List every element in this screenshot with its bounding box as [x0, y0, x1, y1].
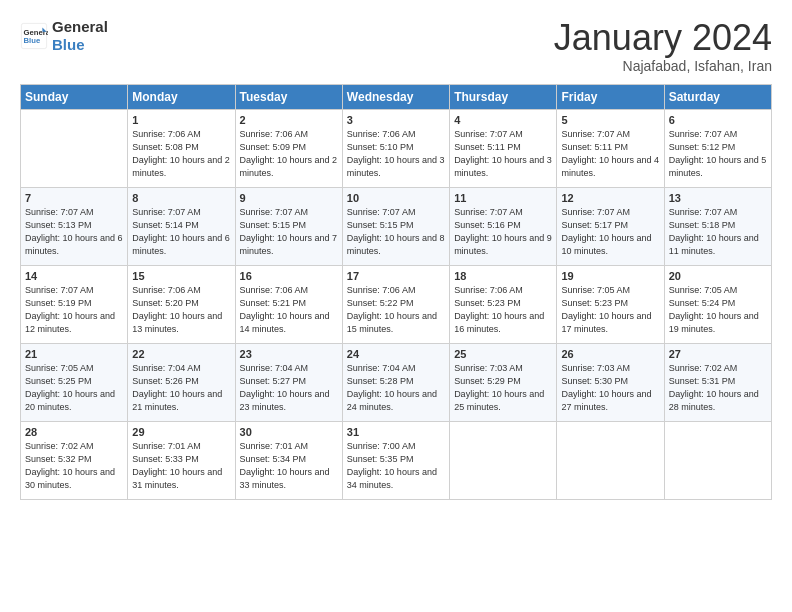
day-cell: 9Sunrise: 7:07 AMSunset: 5:15 PMDaylight… — [235, 187, 342, 265]
day-cell: 14Sunrise: 7:07 AMSunset: 5:19 PMDayligh… — [21, 265, 128, 343]
day-cell: 20Sunrise: 7:05 AMSunset: 5:24 PMDayligh… — [664, 265, 771, 343]
day-cell: 5Sunrise: 7:07 AMSunset: 5:11 PMDaylight… — [557, 109, 664, 187]
day-cell: 8Sunrise: 7:07 AMSunset: 5:14 PMDaylight… — [128, 187, 235, 265]
day-number: 4 — [454, 114, 552, 126]
day-cell: 18Sunrise: 7:06 AMSunset: 5:23 PMDayligh… — [450, 265, 557, 343]
day-number: 18 — [454, 270, 552, 282]
day-cell: 6Sunrise: 7:07 AMSunset: 5:12 PMDaylight… — [664, 109, 771, 187]
day-info: Sunrise: 7:06 AMSunset: 5:21 PMDaylight:… — [240, 284, 338, 336]
day-number: 13 — [669, 192, 767, 204]
day-info: Sunrise: 7:06 AMSunset: 5:08 PMDaylight:… — [132, 128, 230, 180]
day-cell: 22Sunrise: 7:04 AMSunset: 5:26 PMDayligh… — [128, 343, 235, 421]
day-info: Sunrise: 7:07 AMSunset: 5:17 PMDaylight:… — [561, 206, 659, 258]
day-number: 8 — [132, 192, 230, 204]
day-cell: 2Sunrise: 7:06 AMSunset: 5:09 PMDaylight… — [235, 109, 342, 187]
col-header-tuesday: Tuesday — [235, 84, 342, 109]
col-header-saturday: Saturday — [664, 84, 771, 109]
day-info: Sunrise: 7:05 AMSunset: 5:23 PMDaylight:… — [561, 284, 659, 336]
day-info: Sunrise: 7:07 AMSunset: 5:13 PMDaylight:… — [25, 206, 123, 258]
day-info: Sunrise: 7:07 AMSunset: 5:18 PMDaylight:… — [669, 206, 767, 258]
day-cell: 29Sunrise: 7:01 AMSunset: 5:33 PMDayligh… — [128, 421, 235, 499]
col-header-wednesday: Wednesday — [342, 84, 449, 109]
month-title: January 2024 — [554, 18, 772, 58]
day-info: Sunrise: 7:04 AMSunset: 5:27 PMDaylight:… — [240, 362, 338, 414]
day-info: Sunrise: 7:07 AMSunset: 5:11 PMDaylight:… — [561, 128, 659, 180]
day-number: 6 — [669, 114, 767, 126]
day-cell: 28Sunrise: 7:02 AMSunset: 5:32 PMDayligh… — [21, 421, 128, 499]
day-info: Sunrise: 7:03 AMSunset: 5:30 PMDaylight:… — [561, 362, 659, 414]
day-info: Sunrise: 7:06 AMSunset: 5:20 PMDaylight:… — [132, 284, 230, 336]
day-number: 29 — [132, 426, 230, 438]
svg-text:Blue: Blue — [24, 36, 41, 45]
day-cell — [21, 109, 128, 187]
day-info: Sunrise: 7:03 AMSunset: 5:29 PMDaylight:… — [454, 362, 552, 414]
day-info: Sunrise: 7:05 AMSunset: 5:24 PMDaylight:… — [669, 284, 767, 336]
day-cell: 23Sunrise: 7:04 AMSunset: 5:27 PMDayligh… — [235, 343, 342, 421]
logo-general: General — [52, 18, 108, 36]
svg-text:General: General — [24, 28, 49, 37]
week-row-1: 1Sunrise: 7:06 AMSunset: 5:08 PMDaylight… — [21, 109, 772, 187]
day-cell — [664, 421, 771, 499]
day-number: 19 — [561, 270, 659, 282]
day-number: 7 — [25, 192, 123, 204]
day-info: Sunrise: 7:01 AMSunset: 5:33 PMDaylight:… — [132, 440, 230, 492]
week-row-3: 14Sunrise: 7:07 AMSunset: 5:19 PMDayligh… — [21, 265, 772, 343]
day-cell: 19Sunrise: 7:05 AMSunset: 5:23 PMDayligh… — [557, 265, 664, 343]
day-cell: 26Sunrise: 7:03 AMSunset: 5:30 PMDayligh… — [557, 343, 664, 421]
day-info: Sunrise: 7:07 AMSunset: 5:15 PMDaylight:… — [347, 206, 445, 258]
day-info: Sunrise: 7:02 AMSunset: 5:32 PMDaylight:… — [25, 440, 123, 492]
day-cell: 31Sunrise: 7:00 AMSunset: 5:35 PMDayligh… — [342, 421, 449, 499]
logo-icon: General Blue — [20, 22, 48, 50]
day-cell: 4Sunrise: 7:07 AMSunset: 5:11 PMDaylight… — [450, 109, 557, 187]
day-cell: 17Sunrise: 7:06 AMSunset: 5:22 PMDayligh… — [342, 265, 449, 343]
page-container: General Blue General Blue January 2024 N… — [0, 0, 792, 510]
day-number: 3 — [347, 114, 445, 126]
day-number: 21 — [25, 348, 123, 360]
day-info: Sunrise: 7:01 AMSunset: 5:34 PMDaylight:… — [240, 440, 338, 492]
day-number: 20 — [669, 270, 767, 282]
header-row: SundayMondayTuesdayWednesdayThursdayFrid… — [21, 84, 772, 109]
day-number: 30 — [240, 426, 338, 438]
day-number: 27 — [669, 348, 767, 360]
day-cell: 12Sunrise: 7:07 AMSunset: 5:17 PMDayligh… — [557, 187, 664, 265]
day-number: 11 — [454, 192, 552, 204]
logo-blue: Blue — [52, 36, 108, 54]
day-cell: 3Sunrise: 7:06 AMSunset: 5:10 PMDaylight… — [342, 109, 449, 187]
col-header-thursday: Thursday — [450, 84, 557, 109]
day-cell: 21Sunrise: 7:05 AMSunset: 5:25 PMDayligh… — [21, 343, 128, 421]
title-block: January 2024 Najafabad, Isfahan, Iran — [554, 18, 772, 74]
day-number: 26 — [561, 348, 659, 360]
col-header-monday: Monday — [128, 84, 235, 109]
day-number: 25 — [454, 348, 552, 360]
day-number: 14 — [25, 270, 123, 282]
day-info: Sunrise: 7:04 AMSunset: 5:28 PMDaylight:… — [347, 362, 445, 414]
header: General Blue General Blue January 2024 N… — [20, 18, 772, 74]
day-number: 2 — [240, 114, 338, 126]
day-number: 23 — [240, 348, 338, 360]
day-cell — [450, 421, 557, 499]
col-header-sunday: Sunday — [21, 84, 128, 109]
day-info: Sunrise: 7:07 AMSunset: 5:15 PMDaylight:… — [240, 206, 338, 258]
day-number: 5 — [561, 114, 659, 126]
day-number: 17 — [347, 270, 445, 282]
day-cell: 27Sunrise: 7:02 AMSunset: 5:31 PMDayligh… — [664, 343, 771, 421]
day-info: Sunrise: 7:02 AMSunset: 5:31 PMDaylight:… — [669, 362, 767, 414]
day-number: 24 — [347, 348, 445, 360]
calendar-table: SundayMondayTuesdayWednesdayThursdayFrid… — [20, 84, 772, 500]
day-info: Sunrise: 7:07 AMSunset: 5:19 PMDaylight:… — [25, 284, 123, 336]
day-info: Sunrise: 7:04 AMSunset: 5:26 PMDaylight:… — [132, 362, 230, 414]
day-info: Sunrise: 7:07 AMSunset: 5:16 PMDaylight:… — [454, 206, 552, 258]
day-info: Sunrise: 7:00 AMSunset: 5:35 PMDaylight:… — [347, 440, 445, 492]
day-number: 12 — [561, 192, 659, 204]
day-info: Sunrise: 7:05 AMSunset: 5:25 PMDaylight:… — [25, 362, 123, 414]
day-number: 31 — [347, 426, 445, 438]
day-cell: 24Sunrise: 7:04 AMSunset: 5:28 PMDayligh… — [342, 343, 449, 421]
day-cell: 25Sunrise: 7:03 AMSunset: 5:29 PMDayligh… — [450, 343, 557, 421]
day-info: Sunrise: 7:07 AMSunset: 5:14 PMDaylight:… — [132, 206, 230, 258]
day-info: Sunrise: 7:06 AMSunset: 5:10 PMDaylight:… — [347, 128, 445, 180]
day-cell: 15Sunrise: 7:06 AMSunset: 5:20 PMDayligh… — [128, 265, 235, 343]
day-cell: 10Sunrise: 7:07 AMSunset: 5:15 PMDayligh… — [342, 187, 449, 265]
day-cell — [557, 421, 664, 499]
day-number: 9 — [240, 192, 338, 204]
day-number: 28 — [25, 426, 123, 438]
